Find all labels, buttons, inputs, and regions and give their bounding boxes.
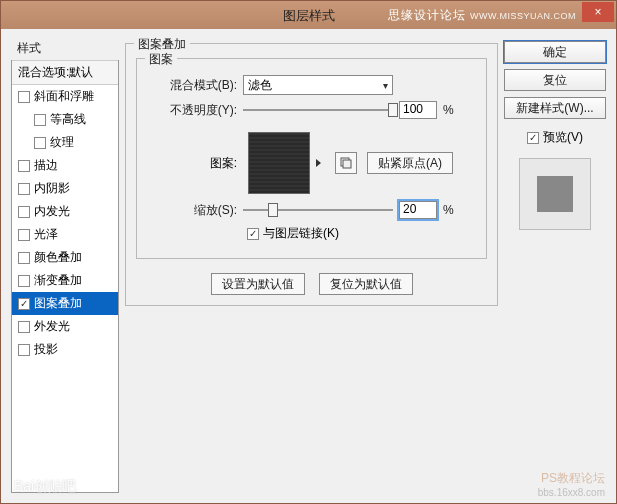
watermark-bottom-left: Bai创贴吧 — [14, 478, 76, 496]
new-preset-icon — [339, 156, 353, 170]
watermark-br-1: PS教程论坛 — [538, 470, 605, 487]
style-checkbox[interactable] — [18, 183, 30, 195]
cancel-button[interactable]: 复位 — [504, 69, 606, 91]
title-watermark: 思缘设计论坛WWW.MISSYUAN.COM — [388, 7, 576, 24]
styles-header: 样式 — [11, 37, 119, 60]
preview-checkbox[interactable] — [527, 132, 539, 144]
style-item-8[interactable]: 渐变叠加 — [12, 269, 118, 292]
pattern-row: 图案: 贴紧原点(A) — [147, 131, 476, 195]
style-checkbox[interactable] — [18, 252, 30, 264]
style-item-3[interactable]: 描边 — [12, 154, 118, 177]
snap-origin-button[interactable]: 贴紧原点(A) — [367, 152, 453, 174]
opacity-slider[interactable] — [243, 102, 393, 118]
default-buttons-row: 设置为默认值 复位为默认值 — [136, 273, 487, 295]
scale-slider[interactable] — [243, 202, 393, 218]
opacity-label: 不透明度(Y): — [147, 102, 237, 119]
style-item-2[interactable]: 纹理 — [12, 131, 118, 154]
blend-mode-row: 混合模式(B): 滤色 ▾ — [147, 75, 476, 95]
pattern-fieldset: 图案 混合模式(B): 滤色 ▾ 不透明度(Y): 100 — [136, 58, 487, 259]
style-item-4[interactable]: 内阴影 — [12, 177, 118, 200]
style-label: 内阴影 — [34, 180, 70, 197]
style-label: 颜色叠加 — [34, 249, 82, 266]
style-checkbox[interactable] — [18, 275, 30, 287]
watermark-en: WWW.MISSYUAN.COM — [470, 11, 576, 21]
style-label: 投影 — [34, 341, 58, 358]
titlebar: 图层样式 思缘设计论坛WWW.MISSYUAN.COM × — [1, 1, 616, 29]
opacity-row: 不透明度(Y): 100 % — [147, 101, 476, 119]
style-checkbox[interactable] — [18, 160, 30, 172]
style-item-11[interactable]: 投影 — [12, 338, 118, 361]
link-with-layer-label: 与图层链接(K) — [263, 225, 339, 242]
blend-mode-dropdown[interactable]: 滤色 ▾ — [243, 75, 393, 95]
opacity-unit: % — [443, 103, 454, 117]
style-label: 描边 — [34, 157, 58, 174]
preview-box — [519, 158, 591, 230]
blend-mode-value: 滤色 — [248, 77, 272, 94]
style-label: 光泽 — [34, 226, 58, 243]
watermark-br-2: bbs.16xx8.com — [538, 487, 605, 498]
dialog-body: 样式 混合选项:默认 斜面和浮雕等高线纹理描边内阴影内发光光泽颜色叠加渐变叠加图… — [1, 29, 616, 503]
style-label: 等高线 — [50, 111, 86, 128]
style-checkbox[interactable] — [18, 91, 30, 103]
style-label: 外发光 — [34, 318, 70, 335]
close-button[interactable]: × — [582, 2, 614, 22]
scale-row: 缩放(S): 20 % — [147, 201, 476, 219]
styles-list: 混合选项:默认 斜面和浮雕等高线纹理描边内阴影内发光光泽颜色叠加渐变叠加图案叠加… — [11, 60, 119, 493]
scale-label: 缩放(S): — [147, 202, 237, 219]
style-item-5[interactable]: 内发光 — [12, 200, 118, 223]
scale-input[interactable]: 20 — [399, 201, 437, 219]
new-preset-button[interactable] — [335, 152, 357, 174]
style-checkbox[interactable] — [18, 321, 30, 333]
style-checkbox[interactable] — [18, 344, 30, 356]
svg-rect-1 — [343, 160, 351, 168]
link-with-layer-checkbox[interactable] — [247, 228, 259, 240]
style-checkbox[interactable] — [34, 114, 46, 126]
scale-thumb[interactable] — [268, 203, 278, 217]
opacity-input[interactable]: 100 — [399, 101, 437, 119]
style-item-6[interactable]: 光泽 — [12, 223, 118, 246]
preview-swatch — [537, 176, 573, 212]
chevron-down-icon: ▾ — [383, 80, 388, 91]
pattern-swatch-wrap — [247, 131, 325, 195]
style-item-9[interactable]: 图案叠加 — [12, 292, 118, 315]
style-checkbox[interactable] — [34, 137, 46, 149]
blend-mode-label: 混合模式(B): — [147, 77, 237, 94]
watermark-bottom-right: PS教程论坛 bbs.16xx8.com — [538, 470, 605, 498]
preview-label: 预览(V) — [543, 129, 583, 146]
new-style-button[interactable]: 新建样式(W)... — [504, 97, 606, 119]
pattern-picker[interactable] — [248, 132, 310, 194]
style-item-1[interactable]: 等高线 — [12, 108, 118, 131]
ok-button[interactable]: 确定 — [504, 41, 606, 63]
options-panel: 图案叠加 图案 混合模式(B): 滤色 ▾ 不透明度(Y): — [125, 37, 498, 493]
style-checkbox[interactable] — [18, 206, 30, 218]
style-item-0[interactable]: 斜面和浮雕 — [12, 85, 118, 108]
pattern-label: 图案: — [147, 155, 237, 172]
style-checkbox[interactable] — [18, 229, 30, 241]
preview-row: 预览(V) — [504, 129, 606, 146]
set-default-button[interactable]: 设置为默认值 — [211, 273, 305, 295]
style-label: 斜面和浮雕 — [34, 88, 94, 105]
style-label: 图案叠加 — [34, 295, 82, 312]
blend-options-default[interactable]: 混合选项:默认 — [12, 60, 118, 85]
style-label: 内发光 — [34, 203, 70, 220]
scale-unit: % — [443, 203, 454, 217]
action-panel: 确定 复位 新建样式(W)... 预览(V) — [504, 37, 606, 493]
reset-default-button[interactable]: 复位为默认值 — [319, 273, 413, 295]
styles-panel: 样式 混合选项:默认 斜面和浮雕等高线纹理描边内阴影内发光光泽颜色叠加渐变叠加图… — [11, 37, 119, 493]
opacity-thumb[interactable] — [388, 103, 398, 117]
layer-style-dialog: 图层样式 思缘设计论坛WWW.MISSYUAN.COM × 样式 混合选项:默认… — [0, 0, 617, 504]
style-label: 渐变叠加 — [34, 272, 82, 289]
watermark-cn: 思缘设计论坛 — [388, 8, 466, 22]
style-item-7[interactable]: 颜色叠加 — [12, 246, 118, 269]
close-icon: × — [594, 5, 601, 19]
style-item-10[interactable]: 外发光 — [12, 315, 118, 338]
link-with-layer-row: 与图层链接(K) — [247, 225, 476, 242]
style-label: 纹理 — [50, 134, 74, 151]
pattern-overlay-fieldset: 图案叠加 图案 混合模式(B): 滤色 ▾ 不透明度(Y): — [125, 43, 498, 306]
style-checkbox[interactable] — [18, 298, 30, 310]
inner-legend: 图案 — [145, 51, 177, 68]
